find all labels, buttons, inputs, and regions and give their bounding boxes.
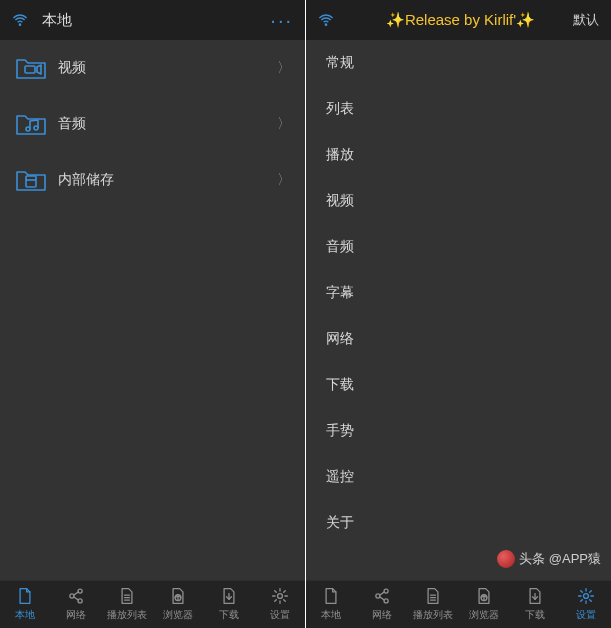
folder-video-icon xyxy=(14,54,48,82)
chevron-right-icon: 〉 xyxy=(277,59,291,77)
svg-point-19 xyxy=(325,24,326,25)
nav-gear[interactable]: 设置 xyxy=(560,581,611,628)
nav-label: 下载 xyxy=(525,609,545,622)
menu-item[interactable]: 常规 xyxy=(306,40,611,86)
svg-point-0 xyxy=(19,24,20,25)
nav-download[interactable]: 下载 xyxy=(203,581,254,628)
nav-label: 设置 xyxy=(576,609,596,622)
menu-item[interactable]: 遥控 xyxy=(306,454,611,500)
folder-audio[interactable]: 音频〉 xyxy=(0,96,305,152)
svg-rect-1 xyxy=(25,66,35,73)
nav-browser[interactable]: 浏览器 xyxy=(458,581,509,628)
doc-icon xyxy=(322,587,340,607)
download-icon xyxy=(220,587,238,607)
header-right: ✨Release by Kirlif'✨ 默认 xyxy=(306,0,611,40)
svg-rect-5 xyxy=(26,176,36,187)
share-icon xyxy=(67,587,85,607)
nav-doc[interactable]: 本地 xyxy=(306,581,357,628)
nav-playlist[interactable]: 播放列表 xyxy=(102,581,153,628)
folder-label: 视频 xyxy=(58,59,277,77)
nav-label: 设置 xyxy=(270,609,290,622)
page-title-left: 本地 xyxy=(42,11,72,30)
nav-label: 浏览器 xyxy=(469,609,499,622)
bottom-nav-left: 本地网络播放列表浏览器下载设置 xyxy=(0,580,305,628)
nav-label: 播放列表 xyxy=(413,609,453,622)
svg-line-10 xyxy=(74,592,79,595)
default-button[interactable]: 默认 xyxy=(573,11,599,29)
svg-marker-2 xyxy=(37,65,41,74)
chevron-right-icon: 〉 xyxy=(277,171,291,189)
chevron-right-icon: 〉 xyxy=(277,115,291,133)
header-left: 本地 ··· xyxy=(0,0,305,40)
doc-icon xyxy=(16,587,34,607)
playlist-icon xyxy=(424,587,442,607)
menu-item[interactable]: 关于 xyxy=(306,500,611,546)
nav-playlist[interactable]: 播放列表 xyxy=(408,581,459,628)
wifi-icon[interactable] xyxy=(318,12,334,28)
local-pane: 本地 ··· 视频〉音频〉内部储存〉 本地网络播放列表浏览器下载设置 xyxy=(0,0,305,628)
page-title-right: ✨Release by Kirlif'✨ xyxy=(348,11,573,29)
wifi-icon[interactable] xyxy=(12,12,28,28)
playlist-icon xyxy=(118,587,136,607)
menu-item[interactable]: 网络 xyxy=(306,316,611,362)
folder-label: 音频 xyxy=(58,115,277,133)
browser-icon xyxy=(169,587,187,607)
folder-storage-icon xyxy=(14,166,48,194)
svg-line-23 xyxy=(380,592,385,595)
menu-item[interactable]: 字幕 xyxy=(306,270,611,316)
menu-item[interactable]: 播放 xyxy=(306,132,611,178)
share-icon xyxy=(373,587,391,607)
folder-list: 视频〉音频〉内部储存〉 xyxy=(0,40,305,580)
gear-icon xyxy=(271,587,289,607)
nav-label: 浏览器 xyxy=(163,609,193,622)
folder-video[interactable]: 视频〉 xyxy=(0,40,305,96)
menu-item[interactable]: 列表 xyxy=(306,86,611,132)
nav-label: 播放列表 xyxy=(107,609,147,622)
nav-doc[interactable]: 本地 xyxy=(0,581,51,628)
folder-audio-icon xyxy=(14,110,48,138)
nav-share[interactable]: 网络 xyxy=(51,581,102,628)
nav-label: 本地 xyxy=(321,609,341,622)
nav-label: 本地 xyxy=(15,609,35,622)
nav-label: 网络 xyxy=(372,609,392,622)
bottom-nav-right: 本地网络播放列表浏览器下载设置 xyxy=(306,580,611,628)
svg-line-11 xyxy=(74,597,79,600)
nav-share[interactable]: 网络 xyxy=(357,581,408,628)
folder-storage[interactable]: 内部储存〉 xyxy=(0,152,305,208)
nav-label: 网络 xyxy=(66,609,86,622)
svg-point-31 xyxy=(583,594,588,599)
more-button[interactable]: ··· xyxy=(270,9,293,32)
nav-label: 下载 xyxy=(219,609,239,622)
folder-label: 内部储存 xyxy=(58,171,277,189)
nav-browser[interactable]: 浏览器 xyxy=(152,581,203,628)
browser-icon xyxy=(475,587,493,607)
menu-item[interactable]: 下载 xyxy=(306,362,611,408)
settings-menu: 常规列表播放视频音频字幕网络下载手势遥控关于 xyxy=(306,40,611,580)
menu-item[interactable]: 视频 xyxy=(306,178,611,224)
svg-point-18 xyxy=(277,594,282,599)
menu-item[interactable]: 音频 xyxy=(306,224,611,270)
nav-download[interactable]: 下载 xyxy=(509,581,560,628)
menu-item[interactable]: 手势 xyxy=(306,408,611,454)
download-icon xyxy=(526,587,544,607)
nav-gear[interactable]: 设置 xyxy=(254,581,305,628)
settings-pane: ✨Release by Kirlif'✨ 默认 常规列表播放视频音频字幕网络下载… xyxy=(306,0,611,628)
gear-icon xyxy=(577,587,595,607)
svg-line-24 xyxy=(380,597,385,600)
